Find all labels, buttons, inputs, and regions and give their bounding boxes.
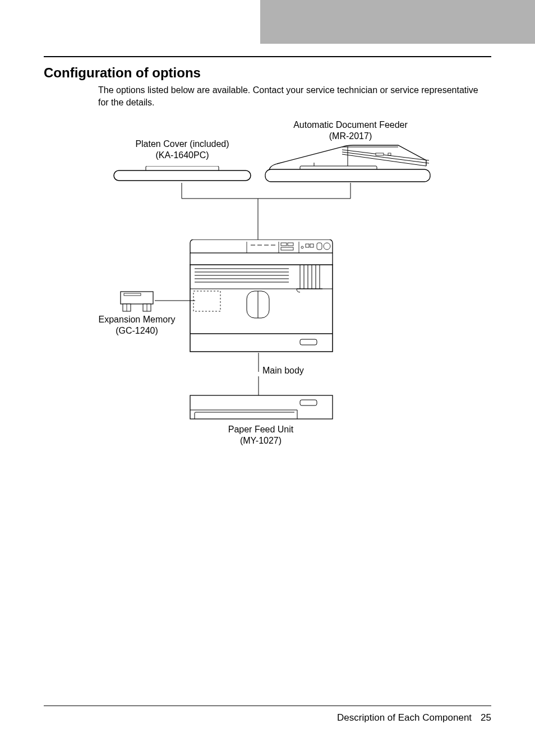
expansion-memory-illustration: [119, 291, 154, 313]
connector-lines: [112, 179, 393, 241]
header-band: [260, 0, 535, 44]
platen-label: Platen Cover (included) (KA-1640PC): [121, 139, 244, 161]
svg-rect-59: [190, 395, 333, 419]
expansion-memory-label: Expansion Memory (GC-1240): [91, 314, 182, 336]
adf-name: Automatic Document Feeder: [293, 120, 408, 130]
svg-rect-60: [300, 400, 317, 405]
adf-illustration: [264, 144, 432, 184]
mem-model: (GC-1240): [91, 325, 182, 336]
main-body-illustration: [188, 239, 335, 354]
adf-label: Automatic Document Feeder (MR-2017): [280, 119, 421, 142]
memory-connector-line: [155, 299, 195, 302]
footer-section: Description of Each Component: [337, 712, 472, 723]
platen-name: Platen Cover (included): [135, 139, 229, 149]
pfu-name: Paper Feed Unit: [228, 425, 294, 434]
main-body-connector-line: [257, 353, 260, 372]
main-body-label: Main body: [262, 365, 319, 376]
paper-feed-unit-illustration: [188, 394, 335, 421]
svg-rect-16: [190, 253, 333, 265]
intro-paragraph: The options listed below are available. …: [98, 84, 491, 108]
footer-text: Description of Each Component25: [337, 712, 491, 723]
footer-page-number: 25: [481, 712, 491, 723]
mem-name: Expansion Memory: [99, 315, 176, 324]
content-top-rule: [44, 56, 491, 57]
section-heading: Configuration of options: [44, 65, 201, 81]
svg-rect-6: [388, 153, 391, 155]
svg-rect-5: [376, 153, 384, 155]
pfu-model: (MY-1027): [216, 435, 306, 446]
pfu-label: Paper Feed Unit (MY-1027): [216, 424, 306, 446]
svg-rect-49: [300, 339, 317, 345]
footer-rule: [44, 706, 491, 706]
main-body-to-pfu-line: [257, 376, 260, 395]
platen-model: (KA-1640PC): [121, 150, 244, 161]
adf-model: (MR-2017): [280, 131, 421, 142]
